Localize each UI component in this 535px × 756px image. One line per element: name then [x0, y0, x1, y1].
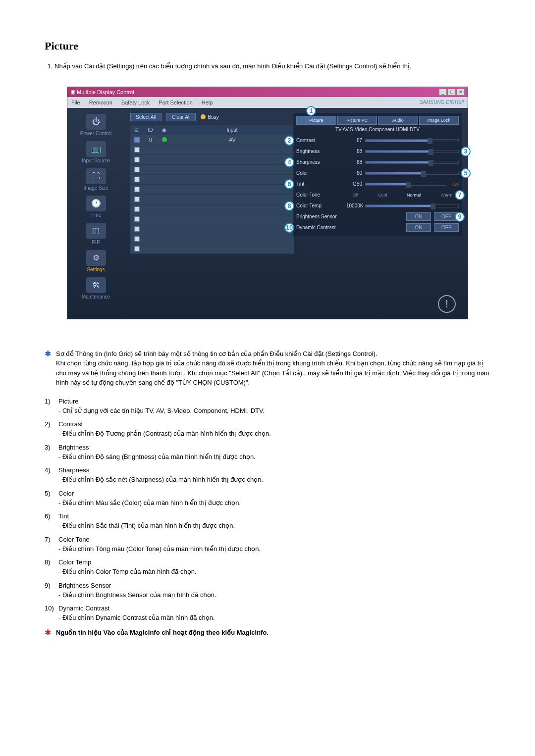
sidebar-item-input-source[interactable]: 📺Input Source: [69, 140, 122, 164]
grid-row[interactable]: [130, 214, 294, 224]
sidebar: ⏻Power Control📺Input Source⛶Image Size🕐T…: [67, 108, 124, 319]
sidebar-item-time[interactable]: 🕐Time: [69, 195, 122, 219]
item-number: 8): [45, 558, 55, 566]
grid-row[interactable]: 0 AV: [130, 135, 294, 145]
val-tint: G50: [346, 181, 362, 187]
sidebar-item-power-control[interactable]: ⏻Power Control: [69, 113, 122, 137]
item-title: Tint: [58, 512, 69, 520]
tone-off[interactable]: Off: [353, 193, 359, 198]
sidebar-label: Settings: [87, 267, 105, 272]
tab-picture-pc[interactable]: Picture PC: [337, 116, 377, 125]
row-brightness: 3Brightness 68: [296, 146, 459, 157]
maximize-button[interactable]: □: [448, 89, 456, 96]
label-color-temp: Color Temp: [296, 203, 343, 208]
busy-indicator: Busy: [201, 114, 218, 120]
tab-picture[interactable]: Picture: [296, 116, 336, 125]
minimize-button[interactable]: _: [439, 89, 447, 96]
grid-header-check[interactable]: ☑: [130, 127, 143, 133]
menu-safety-lock[interactable]: Safety Lock: [121, 100, 150, 105]
grid-row[interactable]: [130, 175, 294, 185]
row-checkbox[interactable]: [134, 246, 140, 252]
label-brightness-sensor: Brightness Sensor: [296, 214, 366, 219]
tab-audio[interactable]: Audio: [378, 116, 418, 125]
menu-remocon[interactable]: Remocon: [89, 100, 112, 105]
marker-3: 3: [461, 147, 471, 156]
item-title: Picture: [58, 398, 78, 405]
row-checkbox[interactable]: [134, 206, 140, 212]
list-item: 6)Tint - Điều chỉnh Sắc thái (Tint) của …: [45, 512, 490, 531]
status-dot-icon: [162, 137, 167, 142]
item-number: 2): [45, 420, 55, 428]
grid-row[interactable]: [130, 195, 294, 204]
grid-header-input: Input: [171, 127, 294, 133]
grid-row[interactable]: [130, 224, 294, 234]
item-desc: - Chỉ sử dụng với các tín hiệu TV, AV, S…: [45, 406, 490, 416]
row-checkbox[interactable]: [134, 236, 140, 242]
menu-file[interactable]: File: [71, 100, 80, 105]
item-title: Sharpness: [58, 466, 89, 474]
label-tint: Tint: [296, 181, 343, 187]
marker-5: 5: [461, 168, 471, 178]
tone-warm[interactable]: Warm: [441, 193, 453, 198]
slider-sharpness[interactable]: [365, 161, 459, 164]
slider-tint[interactable]: [365, 183, 446, 186]
label-color-tone: Color Tone: [296, 192, 343, 198]
row-checkbox[interactable]: [134, 167, 140, 172]
row-checkbox[interactable]: [134, 137, 140, 143]
tone-normal[interactable]: Normal: [407, 193, 421, 198]
list-item: 4)Sharpness - Điều chỉnh Độ sắc nét (Sha…: [45, 466, 490, 485]
menu-port-selection[interactable]: Port Selection: [159, 100, 192, 105]
close-button[interactable]: ✕: [457, 89, 465, 96]
row-contrast: 2Contrast 67: [296, 135, 459, 146]
list-item: 2)Contrast - Điều chỉnh Độ Tương phản (C…: [45, 420, 490, 439]
item-number: 9): [45, 582, 55, 589]
tone-cool[interactable]: Cool: [378, 193, 387, 198]
sidebar-item-pip[interactable]: ◫PIP: [69, 222, 122, 246]
dyncon-on[interactable]: ON: [406, 223, 431, 232]
grid-row[interactable]: [130, 185, 294, 195]
grid-row[interactable]: [130, 165, 294, 175]
grid-row[interactable]: [130, 155, 294, 165]
intro-list: Nhấp vào Cài đặt (Settings) trên các biể…: [45, 61, 490, 72]
row-checkbox[interactable]: [134, 147, 140, 152]
dyncon-off[interactable]: OFF: [434, 223, 459, 232]
marker-7: 7: [455, 190, 465, 200]
row-color-temp: 8 Color Temp 10000K: [296, 201, 459, 211]
tab-image-lock[interactable]: Image Lock: [419, 116, 459, 125]
sidebar-icon: ⛶: [86, 168, 106, 184]
panel-subtitle: TV,AV,S-Video,Component,HDMI,DTV: [296, 127, 459, 132]
sidebar-item-maintenance[interactable]: 🛠Maintenance: [69, 276, 122, 301]
row-checkbox[interactable]: [134, 226, 140, 232]
page-title: Picture: [45, 40, 490, 52]
slider-contrast[interactable]: [365, 139, 459, 142]
grid-body: 0 AV: [130, 135, 294, 254]
label-contrast: Contrast: [296, 138, 343, 143]
list-item: 7)Color Tone - Điều chỉnh Tông màu (Colo…: [45, 536, 490, 554]
item-desc: - Điều chỉnh Độ Tương phản (Contrast) củ…: [45, 429, 490, 439]
grid-row[interactable]: [130, 204, 294, 214]
grid-row[interactable]: [130, 234, 294, 244]
row-checkbox[interactable]: [134, 216, 140, 222]
grid-row[interactable]: [130, 244, 294, 254]
slider-color-temp[interactable]: [365, 204, 459, 207]
row-checkbox[interactable]: [134, 187, 140, 192]
grid-row[interactable]: [130, 145, 294, 155]
slider-color[interactable]: [365, 172, 459, 175]
slider-brightness[interactable]: [365, 150, 459, 153]
item-number: 1): [45, 398, 55, 405]
bsensor-on[interactable]: ON: [406, 212, 431, 221]
row-checkbox[interactable]: [134, 177, 140, 182]
row-checkbox[interactable]: [134, 197, 140, 202]
item-number: 4): [45, 466, 55, 474]
star-icon-red: ✱: [45, 628, 51, 637]
sidebar-item-image-size[interactable]: ⛶Image Size: [69, 167, 122, 192]
label-dynamic-contrast: Dynamic Contrast: [296, 225, 366, 230]
color-tone-options[interactable]: Off Cool Normal Warm: [346, 193, 459, 198]
row-checkbox[interactable]: [134, 157, 140, 162]
sidebar-item-settings[interactable]: ⚙Settings: [69, 249, 122, 273]
marker-8: 8: [284, 201, 294, 211]
clear-all-button[interactable]: Clear All: [166, 113, 196, 121]
menu-help[interactable]: Help: [202, 100, 213, 105]
busy-label: Busy: [208, 114, 218, 120]
select-all-button[interactable]: Select All: [130, 113, 161, 121]
